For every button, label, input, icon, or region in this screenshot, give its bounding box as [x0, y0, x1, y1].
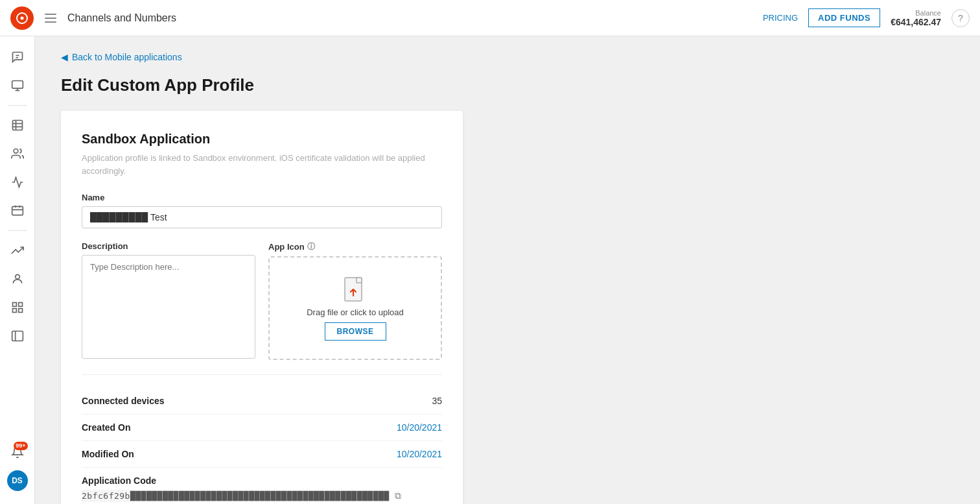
balance-amount: €641,462.47	[891, 17, 941, 27]
connected-devices-label: Connected devices	[82, 396, 165, 406]
created-on-value: 10/20/2021	[397, 422, 442, 433]
logo-ring	[16, 12, 28, 24]
pricing-link[interactable]: PRICING	[763, 13, 798, 23]
card-section-title: Sandbox Application	[82, 132, 442, 147]
svg-rect-8	[12, 121, 22, 130]
sidebar: 99+ DS	[0, 36, 35, 504]
edit-profile-card: Sandbox Application Application profile …	[61, 111, 463, 504]
logo-dot	[21, 16, 24, 19]
svg-rect-22	[356, 278, 362, 283]
description-textarea[interactable]	[82, 255, 255, 359]
help-button[interactable]: ?	[951, 9, 970, 27]
topbar: Channels and Numbers PRICING ADD FUNDS B…	[0, 0, 980, 36]
notification-bell-button[interactable]: 99+	[5, 439, 30, 465]
card-section-subtitle: Application profile is linked to Sandbox…	[82, 152, 442, 177]
svg-rect-19	[12, 331, 23, 341]
sidebar-divider-1	[8, 105, 27, 106]
description-label: Description	[82, 241, 255, 251]
copy-code-button[interactable]: ⧉	[395, 490, 401, 501]
svg-rect-17	[18, 309, 22, 313]
application-code-text: 2bfc6f29b███████████████████████████████…	[82, 490, 390, 502]
sidebar-icon-analytics[interactable]	[5, 112, 30, 138]
svg-rect-18	[12, 309, 16, 313]
svg-rect-16	[18, 303, 22, 307]
application-code-value: 2bfc6f29b███████████████████████████████…	[82, 490, 442, 502]
topbar-actions: PRICING ADD FUNDS Balance €641,462.47 ?	[763, 8, 970, 27]
svg-point-12	[14, 149, 18, 154]
connected-devices-row: Connected devices 35	[82, 388, 442, 414]
svg-rect-5	[12, 81, 23, 89]
svg-rect-2	[45, 21, 56, 23]
sidebar-icon-audience[interactable]	[5, 266, 30, 292]
svg-rect-13	[12, 206, 23, 215]
info-section: Connected devices 35 Created On 10/20/20…	[82, 374, 442, 504]
upload-file-icon	[344, 276, 367, 302]
desc-icon-row: Description App Icon ⓘ	[82, 241, 442, 361]
sidebar-icon-trending[interactable]	[5, 237, 30, 263]
app-icon-label: App Icon ⓘ	[268, 241, 442, 252]
topbar-title: Channels and Numbers	[67, 12, 763, 24]
balance-display: Balance €641,462.47	[891, 9, 941, 27]
user-avatar[interactable]: DS	[7, 470, 28, 491]
sidebar-icon-campaigns[interactable]	[5, 198, 30, 224]
sidebar-icon-settings[interactable]	[5, 323, 30, 349]
name-input[interactable]	[82, 206, 442, 228]
modified-on-label: Modified On	[82, 449, 134, 459]
back-link-text: Back to Mobile applications	[72, 52, 182, 62]
created-on-row: Created On 10/20/2021	[82, 414, 442, 441]
expand-nav-button[interactable]	[40, 8, 61, 29]
app-logo[interactable]	[10, 6, 34, 30]
connected-devices-value: 35	[432, 396, 442, 406]
app-icon-info-icon: ⓘ	[307, 241, 315, 252]
application-code-row: Application Code 2bfc6f29b██████████████…	[82, 468, 442, 504]
notification-count: 99+	[14, 442, 27, 450]
page-title: Edit Custom App Profile	[61, 75, 954, 95]
sidebar-icon-reports[interactable]	[5, 169, 30, 195]
back-link[interactable]: ◀ Back to Mobile applications	[61, 52, 954, 62]
sidebar-icon-inbox[interactable]	[5, 73, 30, 99]
svg-point-14	[15, 274, 19, 279]
content-area: ◀ Back to Mobile applications Edit Custo…	[35, 36, 980, 504]
application-code-label: Application Code	[82, 475, 442, 486]
modified-on-value: 10/20/2021	[397, 449, 442, 459]
app-icon-col: App Icon ⓘ Drag file or click to upload …	[268, 241, 442, 361]
modified-on-row: Modified On 10/20/2021	[82, 441, 442, 468]
upload-text: Drag file or click to upload	[307, 307, 404, 317]
main-layout: 99+ DS ◀ Back to Mobile applications Edi…	[0, 36, 980, 504]
name-label: Name	[82, 193, 442, 202]
back-arrow-icon: ◀	[61, 52, 68, 62]
description-col: Description	[82, 241, 255, 361]
svg-rect-0	[45, 14, 56, 15]
browse-button[interactable]: BROWSE	[325, 322, 386, 341]
svg-rect-15	[12, 303, 16, 307]
sidebar-icon-contacts[interactable]	[5, 141, 30, 167]
sidebar-icon-chat[interactable]	[5, 44, 30, 70]
upload-zone[interactable]: Drag file or click to upload BROWSE	[268, 256, 442, 360]
created-on-label: Created On	[82, 422, 130, 433]
svg-rect-1	[45, 18, 56, 19]
add-funds-button[interactable]: ADD FUNDS	[808, 8, 880, 27]
sidebar-icon-library[interactable]	[5, 294, 30, 320]
sidebar-divider-2	[8, 230, 27, 231]
balance-label: Balance	[891, 9, 941, 17]
sidebar-bottom: 99+ DS	[5, 439, 30, 496]
